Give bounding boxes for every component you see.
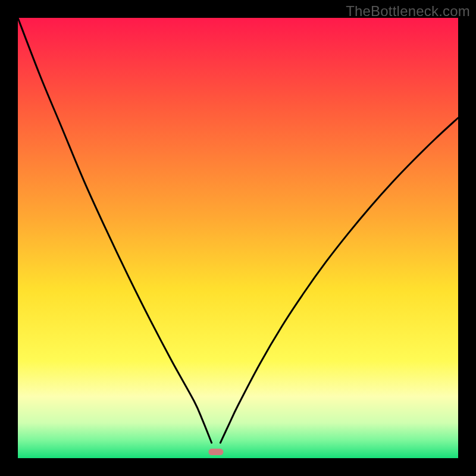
curve-left-branch (18, 18, 212, 443)
bottleneck-minimum-marker (208, 449, 223, 456)
bottleneck-curve (18, 18, 458, 458)
watermark-text: TheBottleneck.com (346, 3, 470, 20)
curve-right-branch (220, 118, 458, 443)
chart-frame: TheBottleneck.com (0, 0, 476, 476)
plot-area (18, 18, 458, 458)
